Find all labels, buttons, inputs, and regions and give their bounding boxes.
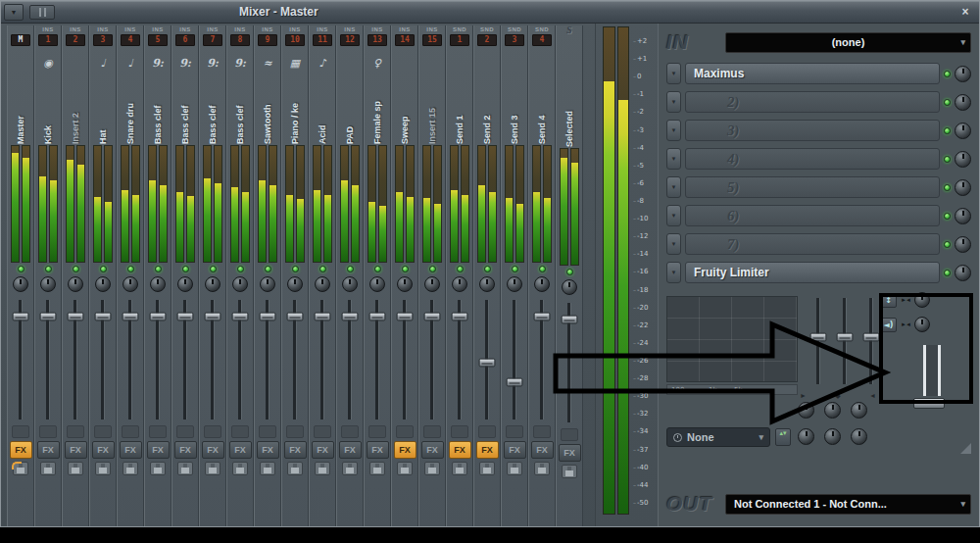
pan-knob[interactable] [397,276,413,292]
volume-fader-handle[interactable] [122,313,139,321]
strip-fx-button[interactable]: FX [284,441,307,459]
strip-fx-button[interactable]: FX [229,441,252,459]
volume-fader[interactable] [172,297,198,422]
volume-fader[interactable] [474,297,500,422]
mixer-channel-strip[interactable]: INS 8 9: Bass clef FX [226,25,254,526]
effect-slot-name[interactable]: 5) [685,176,940,198]
strip-fx-button[interactable]: FX [312,441,334,459]
volume-fader[interactable] [502,297,527,422]
effect-slot[interactable]: ▼ 6) [666,203,971,228]
eq-low-fader-handle[interactable] [809,333,826,342]
volume-fader[interactable] [200,297,225,422]
slot-dropdown-button[interactable]: ▼ [666,176,681,198]
eq-spectrum-display[interactable] [666,296,798,382]
strip-enable-led[interactable] [265,266,271,272]
strip-enable-led[interactable] [319,266,326,272]
pan-knob[interactable] [95,276,111,292]
strip-enable-led[interactable] [374,266,381,272]
volume-fader[interactable] [337,297,363,422]
strip-enable-led[interactable] [210,266,217,272]
save-state-icon[interactable] [68,462,83,475]
pan-knob[interactable] [479,276,495,292]
save-state-icon[interactable] [562,465,577,478]
strip-enable-led[interactable] [100,266,107,272]
limiter-gain-handle[interactable] [913,398,945,409]
slot-enable-led[interactable] [944,156,951,163]
volume-fader[interactable] [419,297,445,422]
volume-fader-handle[interactable] [369,313,386,321]
strip-fx-button[interactable]: FX [559,444,581,462]
eq-mid-fader-handle[interactable] [836,333,853,342]
mixer-channel-strip[interactable]: INS 3 ♩ Hat FX [89,25,117,526]
slot-mix-knob[interactable] [955,236,971,253]
limiter-gain-slider[interactable] [923,345,941,396]
slot-mix-knob[interactable] [955,94,971,111]
volume-fader-handle[interactable] [260,313,276,321]
mixer-channel-strip[interactable]: INS 5 9: Bass clef FX [144,25,172,526]
volume-fader[interactable] [63,297,88,422]
effect-slot[interactable]: ▼ Maximus [666,61,971,86]
volume-fader[interactable] [8,297,33,422]
volume-fader[interactable] [392,297,417,422]
effect-slot-name[interactable]: Fruity Limiter [685,262,940,283]
preset-updown-button[interactable]: ▴▾ [775,428,791,446]
mixer-channel-strip[interactable]: INS 7 9: Bass clef FX [199,25,226,526]
slot-dropdown-button[interactable]: ▼ [666,205,681,226]
volume-fader[interactable] [557,300,582,425]
strip-enable-led[interactable] [182,266,189,272]
effect-slot[interactable]: ▼ 2) [666,89,971,115]
pan-knob[interactable] [150,276,166,292]
pan-knob[interactable] [287,276,303,292]
pan-knob[interactable] [342,276,358,292]
strip-fx-button[interactable]: FX [257,441,279,459]
slot-enable-led[interactable] [944,99,951,106]
mixer-channel-strip[interactable]: INS 15 Insert 15 FX [418,25,446,526]
close-button[interactable]: × [956,5,974,20]
save-state-icon[interactable] [122,462,138,475]
strip-enable-led[interactable] [457,266,464,272]
slot-mix-knob[interactable] [955,66,971,82]
effect-slot-name[interactable]: 4) [685,148,940,170]
pan-knob[interactable] [122,276,138,292]
slot-mix-knob[interactable] [955,265,971,281]
save-state-icon[interactable] [479,462,495,475]
volume-fader[interactable] [145,297,171,422]
eq-low-fader[interactable] [809,296,826,386]
strip-enable-led[interactable] [73,266,79,272]
volume-fader-handle[interactable] [507,378,523,387]
strip-enable-led[interactable] [237,266,244,272]
effect-slot[interactable]: ▼ 3) [666,118,971,143]
slot-dropdown-button[interactable]: ▼ [666,120,681,141]
strip-enable-led[interactable] [429,266,436,272]
save-state-icon[interactable] [534,462,550,475]
pan-knob[interactable] [13,276,28,292]
mixer-channel-strip[interactable]: S Selected FX [556,25,583,526]
strip-fx-button[interactable]: FX [65,441,87,459]
volume-fader-handle[interactable] [40,313,57,321]
strip-fx-button[interactable]: FX [476,441,499,459]
slot-mix-knob[interactable] [955,208,971,224]
pan-knob[interactable] [424,276,440,292]
slot-mix-knob[interactable] [955,179,971,196]
mixer-channel-strip[interactable]: INS 4 ♩ Snare dru FX [117,25,144,526]
save-state-icon[interactable] [507,462,522,475]
volume-fader-handle[interactable] [397,313,414,321]
window-menu-button[interactable]: ▼ [4,4,24,21]
mixer-channel-strip[interactable]: INS 2 Insert 2 FX [62,25,89,526]
pan-knob[interactable] [177,276,193,292]
pan-knob[interactable] [534,276,550,292]
mixer-channel-strip[interactable]: INS 12 PAD FX [336,25,364,526]
slot-enable-led[interactable] [944,213,951,220]
volume-fader-handle[interactable] [315,313,331,321]
time-preset-dropdown[interactable]: None ▾ [666,427,770,447]
save-state-icon[interactable] [232,462,248,475]
volume-fader[interactable] [90,297,116,422]
strip-enable-led[interactable] [402,266,409,272]
pan-knob[interactable] [452,276,467,292]
extra-knob-3[interactable] [851,428,867,445]
save-state-icon[interactable] [452,462,467,475]
pan-knob[interactable] [40,276,56,292]
save-state-icon[interactable] [95,462,111,475]
strip-fx-button[interactable]: FX [202,441,224,459]
save-state-icon[interactable] [369,462,385,475]
